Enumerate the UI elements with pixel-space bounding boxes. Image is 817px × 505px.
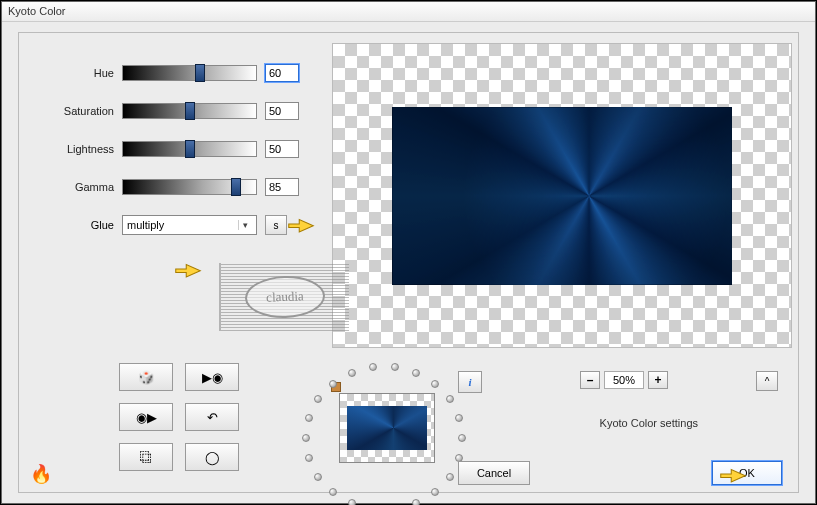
dice-button[interactable]: 🎲 — [119, 363, 173, 391]
ring-dot[interactable] — [305, 454, 313, 462]
pointer-icon — [174, 258, 202, 280]
disc-button[interactable]: ◉▶ — [119, 403, 173, 431]
util-buttons: 🎲 ▶◉ ◉▶ ↶ ⿻ ◯ — [119, 363, 239, 471]
dialog-window: Kyoto Color Hue Saturation Lightness Gam… — [1, 1, 816, 504]
preview-panel[interactable] — [332, 43, 792, 348]
glue-s-button[interactable]: s — [265, 215, 287, 235]
saturation-label: Saturation — [44, 105, 114, 117]
watermark: claudia — [219, 263, 349, 331]
ring-dot[interactable] — [314, 473, 322, 481]
slider-panel: Hue Saturation Lightness Gamma Glue — [44, 63, 334, 235]
lightness-thumb[interactable] — [185, 140, 195, 158]
hue-label: Hue — [44, 67, 114, 79]
ring-dot[interactable] — [305, 414, 313, 422]
undo-button[interactable]: ↶ — [185, 403, 239, 431]
undo-icon: ↶ — [207, 410, 218, 425]
play-icon: ▶◉ — [202, 370, 223, 385]
variation-ring — [299, 358, 469, 505]
ring-dot[interactable] — [446, 395, 454, 403]
ring-thumbnail[interactable] — [339, 393, 435, 463]
watermark-text: claudia — [244, 275, 325, 320]
glue-row: Glue multiply ▾ s — [44, 215, 334, 235]
saturation-slider[interactable] — [122, 103, 257, 119]
ring-dot[interactable] — [446, 473, 454, 481]
zoom-in-button[interactable]: + — [648, 371, 668, 389]
ring-dot[interactable] — [348, 369, 356, 377]
zoom-out-button[interactable]: – — [580, 371, 600, 389]
gamma-thumb[interactable] — [231, 178, 241, 196]
ring-dot[interactable] — [431, 488, 439, 496]
preview-image — [392, 107, 732, 285]
gamma-slider[interactable] — [122, 179, 257, 195]
saturation-thumb[interactable] — [185, 102, 195, 120]
disc-icon: ◉▶ — [136, 410, 157, 425]
glue-dropdown[interactable]: multiply ▾ — [122, 215, 257, 235]
ring-button[interactable]: ◯ — [185, 443, 239, 471]
glue-label: Glue — [44, 219, 114, 231]
ring-icon: ◯ — [205, 450, 220, 465]
info-button[interactable]: i — [458, 371, 482, 393]
zoom-value[interactable]: 50% — [604, 371, 644, 389]
copy-button[interactable]: ⿻ — [119, 443, 173, 471]
lightness-input[interactable] — [265, 140, 299, 158]
ok-button[interactable]: OK — [712, 461, 782, 485]
ring-dot[interactable] — [412, 499, 420, 505]
saturation-input[interactable] — [265, 102, 299, 120]
ring-dot[interactable] — [431, 380, 439, 388]
ring-dot[interactable] — [329, 380, 337, 388]
flame-icon[interactable]: 🔥 — [29, 462, 53, 486]
ring-dot[interactable] — [458, 434, 466, 442]
expand-button[interactable]: ^ — [756, 371, 778, 391]
saturation-row: Saturation — [44, 101, 334, 121]
hue-row: Hue — [44, 63, 334, 83]
hue-thumb[interactable] — [195, 64, 205, 82]
zoom-controls: – 50% + — [580, 371, 668, 389]
hue-input[interactable] — [265, 64, 299, 82]
ring-dot[interactable] — [329, 488, 337, 496]
lightness-row: Lightness — [44, 139, 334, 159]
dice-icon: 🎲 — [138, 370, 154, 385]
gamma-row: Gamma — [44, 177, 334, 197]
cancel-button[interactable]: Cancel — [458, 461, 530, 485]
ring-dot[interactable] — [348, 499, 356, 505]
content-frame: Hue Saturation Lightness Gamma Glue — [18, 32, 799, 493]
settings-label: Kyoto Color settings — [600, 417, 698, 429]
gamma-label: Gamma — [44, 181, 114, 193]
ring-dot[interactable] — [302, 434, 310, 442]
lightness-label: Lightness — [44, 143, 114, 155]
lightness-slider[interactable] — [122, 141, 257, 157]
play-button[interactable]: ▶◉ — [185, 363, 239, 391]
glue-selected: multiply — [127, 219, 164, 231]
ring-dot[interactable] — [314, 395, 322, 403]
ring-dot[interactable] — [412, 369, 420, 377]
ring-dot[interactable] — [455, 414, 463, 422]
window-title: Kyoto Color — [2, 2, 815, 22]
ring-dot[interactable] — [369, 363, 377, 371]
chevron-down-icon: ▾ — [238, 220, 252, 230]
copy-icon: ⿻ — [140, 450, 153, 465]
hue-slider[interactable] — [122, 65, 257, 81]
gamma-input[interactable] — [265, 178, 299, 196]
ring-dot[interactable] — [391, 363, 399, 371]
